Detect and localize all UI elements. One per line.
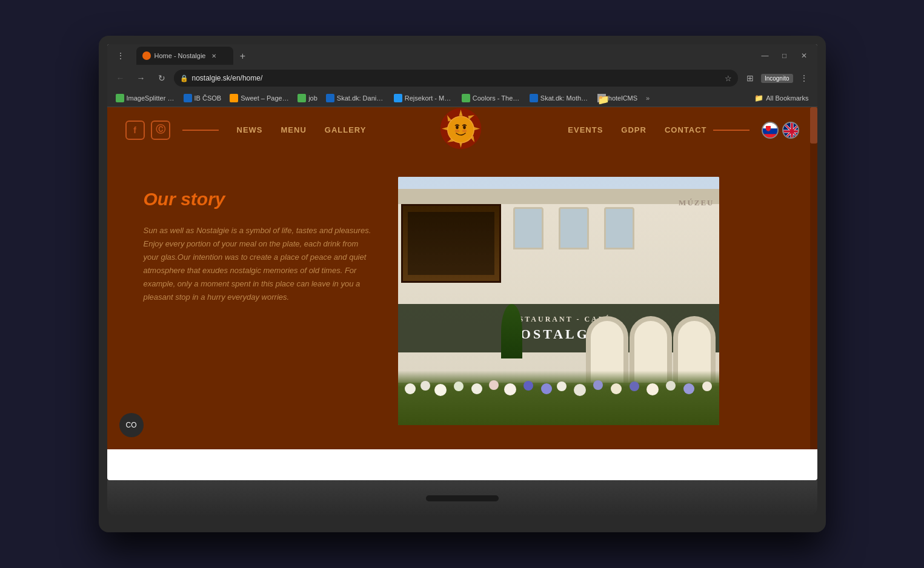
chat-widget[interactable]: CO [119, 413, 144, 437]
svg-point-39 [611, 383, 622, 394]
nav-links-right: EVENTS GDPR CONTACT [568, 125, 706, 134]
museum-label: MÚZEU [679, 198, 714, 208]
address-bar-input[interactable]: 🔒 nostalgie.sk/en/home/ ☆ [174, 70, 738, 87]
windows-row [513, 207, 634, 249]
nav-link-news[interactable]: NEWS [237, 125, 263, 134]
svg-point-42 [666, 381, 676, 391]
svg-point-34 [523, 381, 533, 391]
bookmark-label: IB ČSOB [194, 94, 222, 102]
widget-label: CO [126, 421, 137, 429]
tab-title: Home - Nostalgie [155, 52, 206, 59]
svg-point-35 [541, 383, 552, 394]
bookmark-sweet[interactable]: Sweet – Page 2 – Ty... [226, 93, 293, 104]
bookmark-ibcsob[interactable]: IB ČSOB [180, 93, 225, 104]
language-flags [762, 122, 799, 139]
svg-point-30 [454, 381, 464, 391]
svg-point-36 [557, 381, 567, 391]
story-body: Sun as well as Nostalgie is a symbol of … [144, 224, 374, 305]
svg-point-44 [702, 381, 712, 391]
balcony-window [408, 212, 494, 275]
website-content: f Ⓒ NEWS MENU GALLERY [107, 107, 817, 449]
all-bookmarks-button[interactable]: 📁 All Bookmarks [751, 93, 812, 104]
slovak-flag[interactable] [762, 122, 779, 139]
svg-point-29 [434, 384, 447, 396]
nav-link-menu[interactable]: MENU [281, 125, 307, 134]
svg-point-11 [456, 125, 459, 129]
site-logo[interactable] [438, 107, 487, 154]
laptop-base [107, 480, 817, 517]
bookmark-label: Skat.dk: Danish tax... [337, 94, 385, 102]
bookmark-favicon [297, 94, 306, 102]
instagram-icon[interactable]: Ⓒ [151, 121, 170, 140]
site-navigation: f Ⓒ NEWS MENU GALLERY [107, 107, 817, 153]
lock-icon: 🔒 [180, 74, 188, 82]
nav-link-events[interactable]: EVENTS [568, 125, 603, 134]
chrome-options-button[interactable]: ⋮ [796, 70, 813, 87]
tree [501, 304, 522, 358]
chrome-address-bar: ← → ↻ 🔒 nostalgie.sk/en/home/ ☆ ⊞ Incogn… [107, 67, 817, 89]
address-text: nostalgie.sk/en/home/ [192, 74, 721, 82]
close-button[interactable]: ✕ [796, 47, 813, 64]
svg-point-10 [448, 117, 473, 142]
bookmark-favicon [462, 94, 470, 102]
bookmark-skat1[interactable]: Skat.dk: Danish tax... [322, 93, 389, 104]
active-tab[interactable]: Home - Nostalgie ✕ [136, 47, 233, 65]
nav-link-gallery[interactable]: GALLERY [325, 125, 367, 134]
svg-point-31 [471, 383, 482, 394]
minimize-button[interactable]: — [757, 47, 774, 64]
flower-ground [398, 371, 719, 425]
maximize-button[interactable]: □ [776, 47, 793, 64]
social-icons: f Ⓒ [125, 121, 170, 140]
bookmark-star-icon[interactable]: ☆ [725, 74, 732, 83]
building-facade: RESTAURANT - CAFÉ NOSTALGIE [398, 189, 719, 383]
nav-link-gdpr[interactable]: GDPR [621, 125, 646, 134]
bookmarks-more-button[interactable]: » [642, 93, 653, 103]
bookmark-job[interactable]: job [294, 93, 321, 104]
scrollbar-thumb[interactable] [810, 107, 817, 144]
tab-favicon [142, 51, 151, 60]
bookmark-rejsekort[interactable]: Rejsekort - My Rejs... [390, 93, 457, 104]
svg-point-33 [504, 383, 516, 395]
window [559, 207, 589, 249]
tab-close-button[interactable]: ✕ [209, 51, 219, 61]
bookmark-favicon [184, 94, 192, 102]
bookmark-favicon [530, 94, 538, 102]
bookmark-skat2[interactable]: Skat.dk: Motherboa... [526, 93, 593, 104]
page-scrollbar[interactable] [810, 107, 817, 449]
building-scene: RESTAURANT - CAFÉ NOSTALGIE [398, 177, 719, 425]
bookmark-favicon [326, 94, 334, 102]
chrome-right-controls: ⊞ Incognito ⋮ [742, 70, 813, 87]
story-title: Our story [144, 189, 374, 210]
chrome-title-bar: ⋮ Home - Nostalgie ✕ + — □ ✕ [107, 44, 817, 67]
svg-rect-16 [763, 128, 779, 134]
wooden-balcony [401, 204, 501, 283]
bookmark-favicon [116, 94, 124, 102]
chrome-menu-button[interactable]: ⋮ [112, 47, 129, 64]
bookmark-imgsplitter[interactable]: ImageSplitter - Post... [112, 93, 179, 104]
reload-button[interactable]: ↻ [153, 70, 170, 87]
bookmark-label: job [308, 94, 317, 102]
laptop-shell: ⋮ Home - Nostalgie ✕ + — □ ✕ ← [99, 36, 826, 532]
site-main-content: Our story Sun as well as Nostalgie is a … [107, 153, 817, 449]
extensions-button[interactable]: ⊞ [742, 70, 759, 87]
uk-flag[interactable] [782, 122, 799, 139]
facebook-icon[interactable]: f [125, 121, 145, 140]
forward-button[interactable]: → [133, 70, 150, 87]
svg-point-43 [683, 383, 694, 394]
nav-link-contact[interactable]: CONTACT [665, 125, 707, 134]
bookmark-hotelcms[interactable]: 📁 hotelCMS [594, 93, 641, 104]
new-tab-button[interactable]: + [234, 48, 251, 65]
svg-point-41 [646, 383, 659, 395]
nav-links-left: NEWS MENU GALLERY [237, 125, 367, 134]
nav-right-divider [713, 130, 750, 131]
bookmark-label: Coolors - The super... [473, 94, 521, 102]
svg-point-28 [420, 381, 430, 391]
window-controls: — □ ✕ [757, 47, 813, 64]
bookmark-favicon: 📁 [597, 94, 606, 102]
svg-point-32 [489, 380, 499, 390]
back-button[interactable]: ← [112, 70, 129, 87]
nav-left-divider [182, 130, 219, 131]
bookmark-coolors[interactable]: Coolors - The super... [458, 93, 525, 104]
laptop-screen: ⋮ Home - Nostalgie ✕ + — □ ✕ ← [107, 44, 817, 480]
svg-point-14 [462, 130, 467, 133]
